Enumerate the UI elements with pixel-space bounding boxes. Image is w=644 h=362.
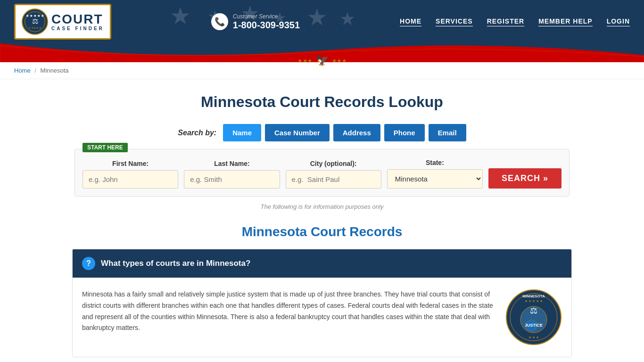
svg-text:JUSTICE: JUSTICE [525,323,543,328]
svg-text:★ ★ ★ ★ ★: ★ ★ ★ ★ ★ [525,299,543,303]
first-name-field: First Name: [83,160,178,189]
site-header: ★ ★ ★ ★ ★ ★ ★ ★ ★ ★ ★ ⚖ ★ ★ ★ ★ ★ [0,0,644,62]
city-field: City (optional): [286,160,381,189]
phone-icon: 📞 [211,13,228,30]
state-label: State: [387,159,483,166]
eagle-icon: 🦅 [316,55,329,67]
cs-phone: 1-800-309-9351 [233,20,300,31]
svg-text:⚖: ⚖ [32,17,38,25]
section-title: Minnesota Court Records [72,224,572,239]
search-form: START HERE First Name: Last Name: City (… [74,149,570,197]
svg-text:⚖: ⚖ [530,306,537,315]
cs-label: Customer Service [233,13,300,20]
faq-question-icon: ? [82,257,95,270]
last-name-input[interactable] [184,170,280,189]
faq-title-1: What types of courts are in Minnesota? [101,259,250,268]
nav-register[interactable]: REGISTER [487,17,525,26]
search-by-row: Search by: Name Case Number Address Phon… [72,124,572,141]
logo-text-finder: CASE FINDER [51,26,104,31]
first-name-label: First Name: [83,160,178,167]
page-title: Minnesota Court Records Lookup [72,93,572,111]
logo-text-court: COURT [51,13,104,26]
nav-login[interactable]: LOGIN [607,17,630,26]
search-button[interactable]: SEARCH » [488,168,561,189]
first-name-input[interactable] [83,170,178,189]
tab-case-number[interactable]: Case Number [265,124,330,141]
breadcrumb-home[interactable]: Home [14,67,31,74]
main-content: Minnesota Court Records Lookup Search by… [63,79,581,362]
last-name-label: Last Name: [184,160,280,167]
start-here-badge: START HERE [83,143,128,152]
disclaimer-text: The following is for information purpose… [72,203,572,210]
form-row: First Name: Last Name: City (optional): … [83,159,561,189]
eagle-emblem: ★ ★ ★ 🦅 ★ ★ ★ [298,55,346,67]
nav-home[interactable]: HOME [400,17,421,26]
customer-service: 📞 Customer Service 1-800-309-9351 [211,13,300,31]
search-by-label: Search by: [178,129,216,137]
city-input[interactable] [286,170,381,189]
logo-seal-svg: ★ ★ ★ ★ ★ ⚖ ★ ★ ★ ★ ★ [21,8,49,35]
logo-box: ★ ★ ★ ★ ★ ⚖ ★ ★ ★ ★ ★ COURT CASE FINDER [14,4,111,40]
nav-services[interactable]: SERVICES [436,17,473,26]
faq-header-1[interactable]: ? What types of courts are in Minnesota? [73,249,571,278]
main-nav: HOME SERVICES REGISTER MEMBER HELP LOGIN [400,17,630,26]
svg-text:★ ★ ★: ★ ★ ★ [528,336,539,339]
tab-address[interactable]: Address [333,124,380,141]
state-select[interactable]: Minnesota Alabama Alaska Arizona Califor… [387,169,483,189]
minnesota-seal: MINNESOTA ★ ★ ★ ★ ★ ⚖ JUSTICE ★ ★ ★ [505,289,562,346]
faq-answer-1: Minnesota has a fairly small and relativ… [82,289,494,346]
tab-phone[interactable]: Phone [384,124,425,141]
logo-area: ★ ★ ★ ★ ★ ⚖ ★ ★ ★ ★ ★ COURT CASE FINDER [14,4,111,40]
svg-text:MINNESOTA: MINNESOTA [522,294,545,298]
breadcrumb-separator: / [34,67,36,74]
faq-body-1: Minnesota has a fairly small and relativ… [73,278,571,357]
tab-email[interactable]: Email [429,124,466,141]
city-label: City (optional): [286,160,381,167]
faq-item-1: ? What types of courts are in Minnesota?… [72,249,572,357]
nav-member-help[interactable]: MEMBER HELP [538,17,592,26]
search-section: Search by: Name Case Number Address Phon… [72,124,572,210]
state-field: State: Minnesota Alabama Alaska Arizona … [387,159,483,189]
tab-name[interactable]: Name [223,124,261,141]
svg-text:★ ★ ★ ★ ★: ★ ★ ★ ★ ★ [29,27,41,29]
header-wave: ★ ★ ★ 🦅 ★ ★ ★ [0,43,644,62]
breadcrumb-current: Minnesota [41,67,69,74]
last-name-field: Last Name: [184,160,280,189]
